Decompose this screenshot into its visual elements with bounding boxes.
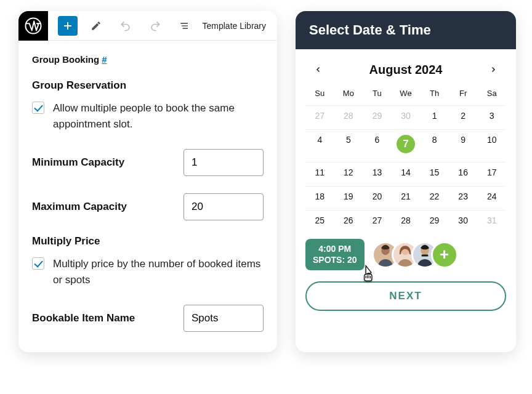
block-anchor-link[interactable]: # [102,54,107,65]
calendar-weekday: Sa [477,85,506,102]
calendar-day[interactable]: 29 [420,210,449,230]
calendar-weekday: Mo [334,85,363,102]
booking-header: Select Date & Time [296,11,516,49]
list-view-icon[interactable] [174,15,196,37]
max-capacity-label: Maximum Capacity [32,201,127,213]
prev-month-button[interactable] [310,62,326,78]
calendar-day[interactable]: 11 [305,162,334,182]
calendar-weekday: Su [305,85,334,102]
calendar-day[interactable]: 9 [449,129,478,158]
slot-spots: SPOTS: 20 [313,255,357,266]
next-month-button[interactable] [485,62,501,78]
calendar-day[interactable]: 21 [392,186,421,206]
group-reservation-desc: Allow multiple people to book the same a… [53,100,264,132]
calendar-day[interactable]: 27 [363,210,392,230]
multiply-price-desc: Multiply price by the number of booked i… [53,256,264,287]
calendar: August 2024 SuMoTuWeThFrSa27282930123456… [296,49,516,230]
time-slot-pill[interactable]: 4:00 PM SPOTS: 20 [305,239,365,270]
calendar-day[interactable]: 7 [392,129,421,158]
slot-time: 4:00 PM [313,244,357,255]
group-reservation-title: Group Reservation [32,79,264,92]
calendar-weekday: Tu [363,85,392,102]
calendar-day[interactable]: 30 [449,210,478,230]
max-capacity-input[interactable] [183,193,264,220]
edit-icon[interactable] [85,15,107,37]
calendar-day[interactable]: 30 [392,105,421,126]
calendar-day[interactable]: 16 [449,162,478,182]
multiply-price-title: Multiply Price [32,235,264,247]
add-block-button[interactable] [58,16,78,36]
calendar-day[interactable]: 31 [477,210,506,230]
add-person-button[interactable]: + [431,241,458,268]
calendar-day[interactable]: 1 [420,105,449,126]
svg-rect-1 [421,254,428,256]
calendar-day[interactable]: 14 [392,162,421,182]
calendar-day[interactable]: 29 [363,105,392,126]
calendar-weekday: Fr [449,85,478,102]
calendar-day[interactable]: 13 [363,162,392,182]
calendar-day[interactable]: 4 [305,129,334,158]
calendar-day[interactable]: 19 [334,186,363,206]
calendar-day[interactable]: 18 [305,186,334,206]
wordpress-logo[interactable] [18,11,48,41]
group-reservation-checkbox[interactable] [32,102,44,114]
calendar-day[interactable]: 28 [392,210,421,230]
calendar-day[interactable]: 6 [363,129,392,158]
min-capacity-input[interactable] [183,149,264,176]
calendar-day[interactable]: 12 [334,162,363,182]
calendar-day[interactable]: 2 [449,105,478,126]
min-capacity-label: Minimum Capacity [32,156,124,169]
calendar-day[interactable]: 10 [477,129,506,158]
editor-panel: Template Library Group Booking # Group R… [18,11,277,352]
avatar-stack: + [372,241,458,268]
calendar-weekday: We [392,85,421,102]
calendar-day[interactable]: 22 [420,186,449,206]
calendar-day[interactable]: 26 [334,210,363,230]
calendar-day[interactable]: 24 [477,186,506,206]
template-library-link[interactable]: Template Library [203,21,267,31]
redo-icon[interactable] [144,15,166,37]
multiply-price-checkbox[interactable] [32,257,44,270]
editor-toolbar: Template Library [18,11,277,41]
calendar-day[interactable]: 17 [477,162,506,182]
block-title: Group Booking # [32,54,264,65]
next-button[interactable]: NEXT [305,281,506,311]
calendar-day[interactable]: 25 [305,210,334,230]
editor-body: Group Booking # Group Reservation Allow … [18,41,277,332]
calendar-day[interactable]: 8 [420,129,449,158]
calendar-day[interactable]: 5 [334,129,363,158]
calendar-day[interactable]: 27 [305,105,334,126]
calendar-day[interactable]: 28 [334,105,363,126]
booking-panel: Select Date & Time August 2024 SuMoTuWeT… [296,11,516,352]
calendar-month: August 2024 [369,63,443,77]
bookable-item-label: Bookable Item Name [32,312,135,324]
calendar-weekday: Th [420,85,449,102]
calendar-day[interactable]: 15 [420,162,449,182]
bookable-item-input[interactable] [183,305,264,332]
undo-icon[interactable] [115,15,137,37]
calendar-day[interactable]: 20 [363,186,392,206]
calendar-day[interactable]: 3 [477,105,506,126]
calendar-day[interactable]: 23 [449,186,478,206]
time-slot-row: 4:00 PM SPOTS: 20 + [296,230,516,270]
block-title-text: Group Booking [32,54,99,65]
